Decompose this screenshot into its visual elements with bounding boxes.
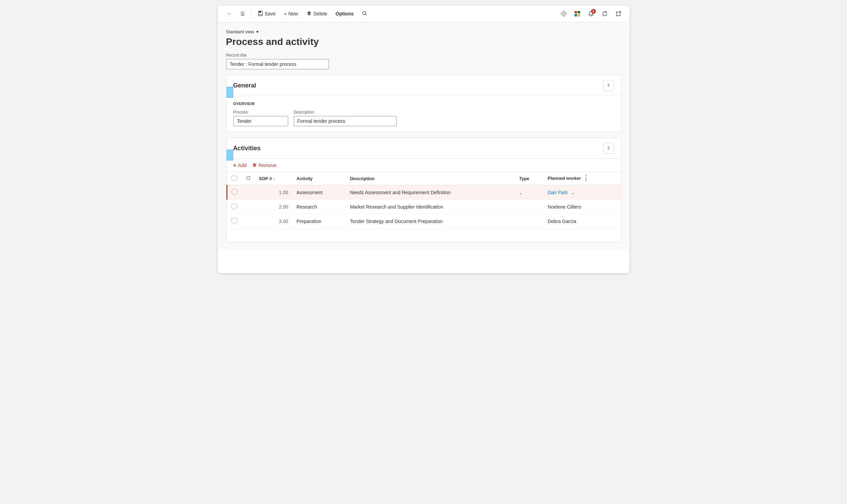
row-2-planned-worker: Noelene Cilliers [543, 200, 621, 214]
col-header-type: Type [515, 172, 543, 185]
remove-label: Remove [259, 163, 277, 168]
main-content: Standard view ▾ Process and activity Rec… [218, 22, 630, 249]
row-2-activity: Research [292, 200, 346, 214]
row-2-checkbox-cell[interactable] [227, 200, 242, 214]
search-icon [362, 11, 367, 17]
toolbar: ← ☰ Save + New Delete Options [218, 5, 630, 22]
hamburger-icon: ☰ [240, 11, 245, 16]
remove-icon [252, 163, 257, 168]
save-icon [258, 11, 263, 17]
general-section-toggle[interactable]: ⇧ [603, 80, 614, 91]
col-header-checkbox [227, 172, 242, 185]
sop-sort-icon: ↕ [273, 177, 275, 181]
refresh-button[interactable] [599, 8, 610, 19]
description-field-group: Description [294, 110, 397, 126]
row-1-checkbox-cell[interactable] [227, 185, 242, 200]
save-button[interactable]: Save [254, 9, 279, 19]
toolbar-right: 0 [558, 8, 624, 19]
row-3-description: Tender Strategy and Document Preparation [346, 214, 515, 228]
page-title: Process and activity [226, 36, 621, 47]
description-input[interactable] [294, 116, 397, 126]
external-link-button[interactable] [613, 8, 624, 19]
toolbar-divider-1 [251, 10, 251, 18]
description-label: Description [294, 110, 397, 115]
row-1-worker-chevron: ⌄ [571, 191, 574, 195]
activities-section-toggle[interactable]: ⇧ [603, 143, 614, 154]
row-3-planned-worker: Debra Garcia [543, 214, 621, 228]
svg-line-11 [619, 12, 621, 13]
row-2-type [515, 200, 543, 214]
new-button[interactable]: + New [280, 9, 301, 19]
delete-button[interactable]: Delete [303, 9, 331, 19]
activities-table-container: SOP # ↕ Activity Description Type Planne… [226, 172, 621, 242]
row-3-checkbox-cell[interactable] [227, 214, 242, 228]
add-icon: + [233, 162, 236, 168]
record-title-input[interactable] [226, 59, 329, 69]
activities-section-title: Activities [233, 145, 261, 152]
activities-section: Activities ⇧ + Add Remove [226, 138, 621, 243]
notification-button[interactable]: 0 [586, 8, 597, 19]
add-button[interactable]: + Add [233, 162, 247, 168]
view-selector[interactable]: Standard view ▾ [226, 29, 621, 34]
table-row: 3.00 Preparation Tender Strategy and Doc… [227, 214, 621, 228]
col-more-icon[interactable]: ⋮ [583, 175, 589, 181]
svg-rect-1 [259, 11, 261, 13]
office-icon-button[interactable] [572, 8, 583, 19]
svg-rect-9 [575, 14, 577, 16]
back-button[interactable]: ← [223, 9, 236, 19]
col-header-sop[interactable]: SOP # ↕ [255, 172, 293, 185]
svg-rect-8 [578, 11, 580, 13]
row-1-planned-worker: Dan Park ⌄ [543, 185, 621, 200]
record-title-field-group: Record title [226, 53, 621, 69]
row-1-type[interactable]: ⌄ [515, 185, 543, 200]
select-all-checkbox[interactable] [231, 175, 237, 181]
overview-fields-row: Process Description [233, 110, 614, 126]
view-selector-label: Standard view [226, 29, 254, 34]
activities-table-body: 1.00 Assessment Needs Assessment and Req… [227, 185, 621, 242]
row-1-refresh-cell [242, 185, 255, 200]
remove-button[interactable]: Remove [252, 163, 277, 168]
svg-line-4 [365, 14, 366, 15]
row-2-checkbox[interactable] [231, 203, 237, 209]
empty-row-cell [227, 228, 621, 242]
row-1-worker-link[interactable]: Dan Park [548, 190, 567, 195]
row-1-checkbox[interactable] [232, 189, 238, 195]
svg-rect-10 [578, 14, 580, 16]
col-header-refresh [242, 172, 255, 185]
table-row: 1.00 Assessment Needs Assessment and Req… [227, 185, 621, 200]
new-label: New [289, 11, 298, 16]
row-3-activity: Preparation [292, 214, 346, 228]
row-3-checkbox[interactable] [231, 218, 237, 224]
row-1-activity: Assessment [292, 185, 346, 200]
record-title-label: Record title [226, 53, 621, 58]
activities-table: SOP # ↕ Activity Description Type Planne… [226, 172, 621, 242]
search-button[interactable] [358, 9, 371, 19]
row-3-refresh-cell [242, 214, 255, 228]
general-section-content: OVERVIEW Process Description [226, 96, 621, 132]
svg-rect-7 [575, 11, 577, 13]
row-1-sop: 1.00 [255, 185, 293, 200]
general-section-header[interactable]: General ⇧ [226, 75, 621, 96]
new-icon: + [284, 11, 286, 16]
activities-section-header[interactable]: Activities ⇧ [226, 138, 621, 159]
menu-button[interactable]: ☰ [237, 9, 248, 19]
back-icon: ← [227, 11, 232, 17]
diamond-icon-button[interactable] [558, 8, 569, 19]
process-label: Process [233, 110, 288, 115]
row-2-refresh-cell [242, 200, 255, 214]
process-input[interactable] [233, 116, 288, 126]
table-row: 2.00 Research Market Research and Suppli… [227, 200, 621, 214]
general-section-title: General [233, 82, 256, 89]
svg-point-3 [363, 11, 366, 14]
svg-rect-2 [259, 14, 262, 15]
delete-label: Delete [314, 11, 327, 16]
col-header-activity: Activity [292, 172, 346, 185]
row-2-description: Market Research and Supplier Identificat… [346, 200, 515, 214]
options-button[interactable]: Options [332, 9, 357, 19]
add-label: Add [238, 163, 247, 168]
table-row-empty [227, 228, 621, 242]
row-2-sop: 2.00 [255, 200, 293, 214]
col-header-planned-worker: Planned worker ⋮ [543, 172, 621, 184]
delete-icon [306, 11, 312, 17]
col-header-description: Description [346, 172, 515, 185]
